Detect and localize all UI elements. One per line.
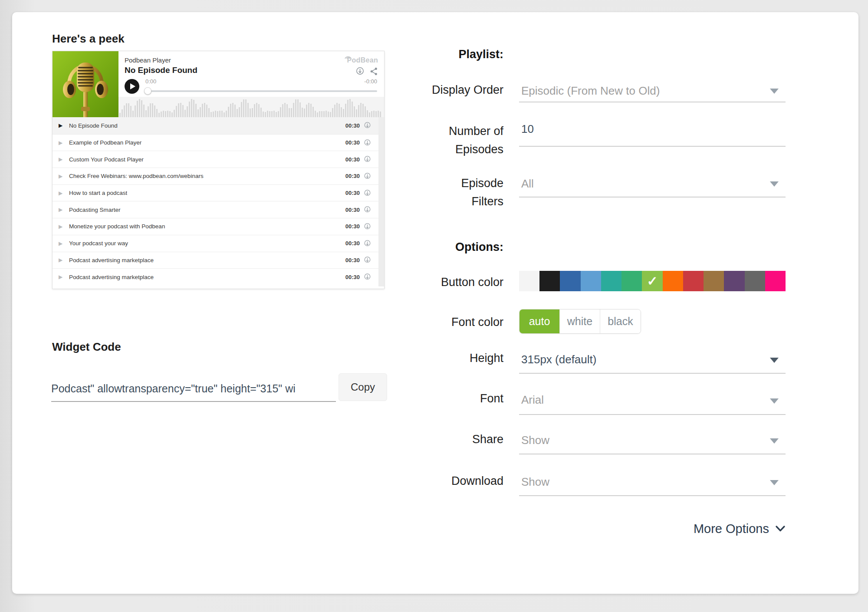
episode-title: Your podcast your way (69, 240, 128, 247)
widget-code-heading: Widget Code (52, 340, 121, 354)
episode-play-icon: ▶ (59, 207, 66, 213)
episode-title: Podcasting Smarter (69, 207, 121, 213)
episode-download-icon[interactable] (364, 223, 371, 230)
episode-row[interactable]: ▶ Podcast advertising marketplace 00:30 (53, 268, 384, 285)
episode-row[interactable]: ▶ Podcast advertising marketplace 00:30 (53, 252, 384, 269)
episode-title: Podcast advertising marketplace (69, 274, 154, 280)
episode-download-icon[interactable] (364, 139, 371, 147)
episode-title: Custom Your Podcast Player (69, 156, 144, 163)
share-select[interactable]: Show (519, 430, 786, 454)
more-options-label: More Options (694, 522, 769, 536)
seek-knob[interactable] (144, 87, 151, 95)
episode-row[interactable]: ▶ Your podcast your way 00:30 (53, 235, 384, 252)
episode-filters-select[interactable]: All (519, 174, 786, 197)
font-color-option[interactable]: black (600, 309, 641, 333)
episode-row[interactable]: ▶ Monetize your podcast with Podbean 00:… (53, 218, 384, 235)
font-color-option[interactable]: auto (519, 309, 560, 333)
share-icon[interactable] (370, 67, 378, 76)
chevron-down-icon (770, 181, 779, 187)
episode-duration: 00:30 (345, 240, 360, 247)
chevron-down-icon (775, 525, 786, 532)
number-of-episodes-input[interactable] (519, 122, 786, 136)
episode-row[interactable]: ▶ Check Free Webinars: www.podbean.com/w… (53, 168, 384, 184)
download-select[interactable]: Show (519, 471, 786, 496)
download-label: Download (385, 472, 503, 490)
font-color-group: auto white black (519, 309, 641, 334)
color-swatch[interactable] (560, 271, 580, 291)
episode-row[interactable]: ▶ Custom Your Podcast Player 00:30 (53, 151, 384, 168)
episode-row[interactable]: ▶ Podcasting Smarter 00:30 (53, 201, 384, 218)
color-swatch[interactable] (581, 271, 601, 291)
player-header: Podbean Player No Episode Found PodBean … (118, 51, 384, 117)
color-swatch[interactable] (621, 271, 642, 291)
episode-download-icon[interactable] (364, 273, 371, 281)
episode-play-icon: ▶ (59, 257, 66, 263)
color-swatch[interactable] (539, 271, 560, 291)
height-select[interactable]: 315px (default) (519, 349, 786, 374)
color-swatch[interactable] (601, 271, 621, 291)
episode-download-icon[interactable] (364, 256, 371, 264)
episode-list-scrollbar[interactable] (378, 117, 384, 286)
episode-title: Podcast advertising marketplace (69, 257, 154, 263)
episode-filters-label: Episode Filters (385, 174, 503, 211)
podcast-player-preview: Podbean Player No Episode Found PodBean … (52, 51, 385, 289)
share-value: Show (519, 430, 786, 451)
episode-duration: 00:30 (345, 257, 360, 263)
episode-row[interactable]: ▶ Example of Podbean Player 00:30 (53, 134, 384, 151)
color-swatch[interactable] (704, 271, 724, 291)
episode-duration: 00:30 (345, 122, 360, 129)
color-swatch[interactable] (683, 271, 704, 291)
episode-duration: 00:30 (345, 274, 360, 280)
font-color-option[interactable]: white (560, 309, 600, 333)
download-icon[interactable] (355, 67, 365, 76)
chevron-down-icon (770, 358, 779, 363)
episode-download-icon[interactable] (364, 172, 371, 180)
episode-duration: 00:30 (345, 207, 360, 213)
episode-duration: 00:30 (345, 223, 360, 230)
chevron-down-icon (770, 480, 779, 485)
episode-download-icon[interactable] (364, 189, 371, 197)
display-order-select[interactable]: Episodic (From New to Old) (519, 81, 786, 102)
chevron-down-icon (770, 438, 779, 444)
widget-code-input[interactable] (51, 376, 336, 402)
podbean-logo[interactable]: PodBean (344, 54, 378, 64)
episode-duration: 00:30 (345, 156, 360, 163)
font-select[interactable]: Arial (519, 389, 786, 415)
color-swatch[interactable] (745, 271, 765, 291)
color-swatch[interactable] (519, 271, 539, 291)
number-of-episodes-field[interactable] (519, 122, 786, 147)
episode-play-icon: ▶ (59, 122, 66, 128)
settings-card: Here's a peek (12, 12, 858, 594)
color-swatch[interactable] (724, 271, 744, 291)
font-label: Font (385, 389, 503, 408)
font-color-label: Font color (385, 313, 503, 331)
seek-bar[interactable] (145, 90, 377, 92)
color-swatch[interactable] (663, 271, 683, 291)
play-button[interactable] (125, 79, 139, 94)
episode-download-icon[interactable] (364, 206, 371, 214)
current-time: 0:00 (145, 78, 156, 85)
button-color-label: Button color (385, 273, 503, 291)
episode-title: Example of Podbean Player (69, 139, 141, 146)
copy-button[interactable]: Copy (339, 373, 387, 401)
chevron-down-icon (770, 398, 779, 404)
episode-play-icon: ▶ (59, 190, 66, 196)
preview-heading: Here's a peek (52, 32, 125, 46)
episode-row[interactable]: ▶ No Episode Found 00:30 (53, 117, 384, 134)
display-order-value: Episodic (From New to Old) (519, 81, 786, 101)
episode-title: Monetize your podcast with Podbean (69, 223, 165, 230)
more-options-button[interactable]: More Options (519, 522, 786, 536)
button-color-swatches (519, 271, 786, 291)
episode-play-icon: ▶ (59, 240, 66, 247)
episode-download-icon[interactable] (364, 155, 371, 163)
episode-play-icon: ▶ (59, 156, 66, 162)
color-swatch[interactable] (642, 271, 662, 291)
episode-download-icon[interactable] (364, 240, 371, 247)
episode-title: No Episode Found (69, 122, 118, 129)
episode-play-icon: ▶ (59, 173, 66, 179)
color-swatch[interactable] (765, 271, 786, 291)
episode-download-icon[interactable] (364, 122, 371, 129)
waveform (118, 97, 384, 117)
episode-row[interactable]: ▶ How to start a podcast 00:30 (53, 184, 384, 201)
height-label: Height (385, 349, 503, 367)
